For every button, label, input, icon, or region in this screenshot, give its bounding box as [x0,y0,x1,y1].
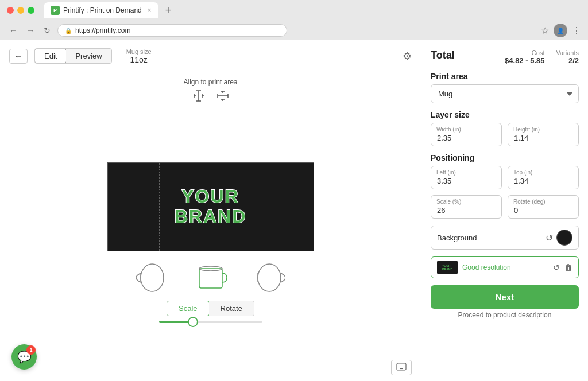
tab-title: Printify : Print on Demand [63,6,142,14]
top-field-wrap: Top (in) [508,166,579,189]
tab-favicon: P [51,6,60,15]
mug-view-right[interactable] [251,261,285,295]
maximize-window-btn[interactable] [28,7,34,14]
browser-titlebar: P Printify : Print on Demand × + [0,0,588,21]
layer-status: Good resolution [462,263,548,271]
mug-info: Mug size 11oz [126,48,152,64]
slider-track [159,321,262,323]
left-panel: ← Edit Preview Mug size 11oz ⚙ Align to … [0,40,421,381]
variants-info: Variants 2/2 [556,49,579,65]
scale-field-wrap: Scale (%) [431,195,502,219]
edit-preview-group: Edit Preview [34,48,112,64]
slider-fill [159,321,190,323]
canvas-area: YOUR BRAND [0,110,421,381]
total-meta: Cost $4.82 - 5.85 Variants 2/2 [505,49,579,65]
bottom-controls: Scale Rotate [136,295,285,329]
next-section: Next Proceed to product description [431,285,579,319]
position-inputs-2: Scale (%) Rotate (deg) [431,195,579,219]
minimize-window-btn[interactable] [17,7,24,14]
address-bar[interactable]: 🔒 https://printify.com [57,24,287,37]
user-avatar[interactable]: 👤 [554,24,567,37]
align-vertical-btn[interactable] [191,88,206,106]
cost-value: $4.82 - 5.85 [505,56,544,65]
close-window-btn[interactable] [7,7,14,14]
bg-color-swatch[interactable] [556,230,572,246]
next-button[interactable]: Next [431,285,579,309]
refresh-btn[interactable]: ↻ [41,25,53,36]
background-label: Background [437,234,546,242]
design-box[interactable]: YOUR BRAND [107,162,314,251]
forward-btn[interactable]: → [24,25,37,36]
url-text: https://printify.com [75,26,130,34]
back-btn[interactable]: ← [7,25,20,36]
settings-btn[interactable]: ⚙ [403,50,412,63]
align-buttons [191,88,230,106]
mug-views [136,261,285,295]
lock-icon: 🔒 [65,28,72,34]
menu-btn[interactable]: ⋮ [572,25,581,36]
layer-actions: ↺ 🗑 [553,263,572,272]
svg-rect-22 [397,363,406,370]
print-area-title: Print area [431,72,579,81]
right-panel: Total Cost $4.82 - 5.85 Variants 2/2 Pri… [421,40,588,381]
align-label: Align to print area [183,78,237,86]
mug-size-label: Mug size [126,48,152,55]
new-tab-btn[interactable]: + [165,5,172,17]
toolbar: ← Edit Preview Mug size 11oz ⚙ [0,40,421,72]
cost-info: Cost $4.82 - 5.85 [505,49,544,65]
print-area-select[interactable]: Mug [431,84,579,103]
total-section: Total Cost $4.82 - 5.85 Variants 2/2 [431,49,579,65]
layer-size-inputs: Width (in) Height (in) [431,123,579,146]
edit-tab[interactable]: Edit [34,48,67,64]
back-button[interactable]: ← [9,49,28,64]
scale-tab[interactable]: Scale [167,301,210,316]
browser-addressbar: ← → ↻ 🔒 https://printify.com ☆ 👤 ⋮ [0,21,588,40]
layer-size-title: Layer size [431,110,579,119]
layer-preview: YOURBRAND Good resolution ↺ 🗑 [431,256,579,278]
tab-close-btn[interactable]: × [148,6,152,14]
left-label: Left (in) [436,169,456,176]
variants-value: 2/2 [556,56,579,65]
rotate-label: Rotate (deg) [513,199,546,205]
positioning-section: Positioning Left (in) Top (in) Scale (%)… [431,153,579,219]
svg-point-19 [258,264,281,291]
background-section: Background ↺ [431,226,579,250]
rotate-tab[interactable]: Rotate [209,301,254,316]
width-label: Width (in) [436,126,461,133]
browser-actions: ☆ 👤 ⋮ [541,24,581,37]
keyboard-btn[interactable] [391,360,412,375]
position-inputs-1: Left (in) Top (in) [431,166,579,189]
design-preview: YOUR BRAND [107,162,314,251]
scale-slider[interactable] [159,321,262,323]
preview-tab[interactable]: Preview [66,49,111,63]
bg-reset-btn[interactable]: ↺ [546,232,553,243]
print-area-section: Print area Mug [431,72,579,103]
chat-badge: 1 [26,345,36,355]
svg-point-14 [141,264,164,291]
layer-undo-btn[interactable]: ↺ [553,263,560,272]
scale-label: Scale (%) [436,199,461,205]
align-horizontal-btn[interactable] [215,88,230,106]
brand-text: YOUR BRAND [175,186,247,227]
align-area: Align to print area [0,72,421,110]
top-label: Top (in) [513,169,532,176]
browser-tab[interactable]: P Printify : Print on Demand × [44,2,158,18]
bookmark-btn[interactable]: ☆ [541,25,549,36]
mug-view-center[interactable] [194,261,228,295]
layer-thumbnail: YOURBRAND [437,261,458,274]
cost-label: Cost [505,49,544,56]
total-title: Total [431,49,455,61]
layer-delete-btn[interactable]: 🗑 [564,263,572,272]
chat-button[interactable]: 💬 1 [11,344,37,370]
scale-rotate-tabs: Scale Rotate [167,301,254,316]
window-controls [7,7,34,14]
app-container: ← Edit Preview Mug size 11oz ⚙ Align to … [0,40,588,381]
browser-chrome: P Printify : Print on Demand × + ← → ↻ 🔒… [0,0,588,40]
height-label: Height (in) [513,126,540,133]
proceed-text: Proceed to product description [431,311,579,319]
mug-view-left[interactable] [136,261,171,295]
toolbar-divider [119,48,119,65]
slider-thumb[interactable] [188,317,198,327]
rotate-field-wrap: Rotate (deg) [508,195,579,219]
layer-size-section: Layer size Width (in) Height (in) [431,110,579,146]
